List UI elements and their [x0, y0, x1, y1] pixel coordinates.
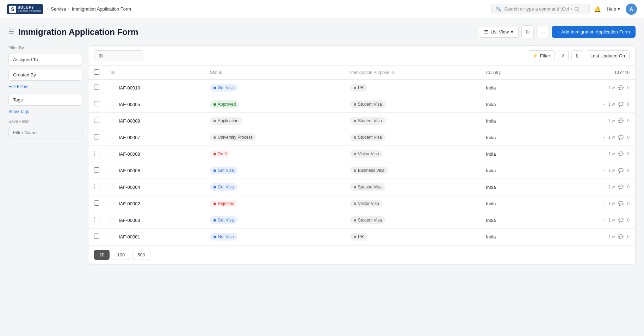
comment-icon[interactable]: 💬: [618, 85, 624, 90]
row-id[interactable]: IAF-00006: [119, 168, 140, 173]
last-updated-button[interactable]: Last Updated On: [586, 50, 630, 61]
row-dash: -: [603, 118, 605, 123]
comment-icon[interactable]: 💬: [618, 151, 624, 156]
tags-select[interactable]: Tags: [8, 94, 82, 106]
comment-icon[interactable]: 💬: [618, 102, 624, 107]
comment-icon[interactable]: 💬: [618, 135, 624, 140]
row-purpose: Student Visa: [345, 212, 480, 229]
row-time: 1 w: [608, 151, 615, 156]
logo-initial: S: [9, 6, 16, 13]
row-dash: -: [603, 201, 605, 206]
col-id: ID: [105, 66, 204, 80]
notification-icon[interactable]: 🔔: [594, 6, 601, 12]
row-country: India: [480, 129, 544, 146]
row-id[interactable]: IAF-00001: [119, 234, 140, 239]
comment-icon[interactable]: 💬: [618, 201, 624, 206]
row-id[interactable]: IAF-00010: [119, 85, 140, 91]
row-dash: -: [603, 151, 605, 156]
row-checkbox[interactable]: [94, 151, 99, 156]
row-status: Rejected: [204, 195, 345, 212]
filter-button[interactable]: ⚡ Filter: [528, 50, 555, 61]
row-comments: 0: [627, 135, 630, 140]
row-id[interactable]: IAF-00005: [119, 102, 140, 107]
row-checkbox[interactable]: [94, 167, 99, 173]
row-country: India: [480, 179, 544, 195]
row-time: 1 w: [608, 85, 615, 90]
row-checkbox[interactable]: [94, 200, 99, 206]
logo[interactable]: S SOLUFY Solution Simplified: [7, 4, 43, 14]
edit-filters-link[interactable]: Edit Filters: [8, 84, 82, 89]
row-checkbox[interactable]: [94, 118, 99, 123]
row-time: 1 w: [608, 135, 615, 140]
row-id[interactable]: IAF-00003: [119, 218, 140, 223]
favorite-icon[interactable]: ♡: [111, 101, 115, 107]
row-id[interactable]: IAF-00008: [119, 151, 140, 157]
row-checkbox[interactable]: [94, 217, 99, 222]
favorite-icon[interactable]: ♡: [111, 184, 115, 190]
page-size-100[interactable]: 100: [112, 250, 130, 260]
row-comments: 0: [627, 185, 630, 189]
favorite-icon[interactable]: ♡: [111, 151, 115, 157]
row-country: India: [480, 212, 544, 229]
id-search-input[interactable]: [94, 50, 143, 61]
favorite-icon[interactable]: ♡: [111, 168, 115, 173]
row-purpose: Spouse Visa: [345, 179, 480, 195]
row-purpose: Business Visa: [345, 162, 480, 179]
row-dash: -: [603, 234, 605, 239]
logo-area[interactable]: S SOLUFY Solution Simplified: [7, 4, 43, 14]
favorite-icon[interactable]: ♡: [111, 217, 115, 223]
table-footer: 20 100 500: [88, 245, 635, 264]
comment-icon[interactable]: 💬: [618, 118, 624, 123]
row-checkbox[interactable]: [94, 85, 99, 90]
global-search[interactable]: 🔍 Search or type a command (Ctrl + G): [491, 4, 590, 14]
row-id[interactable]: IAF-00004: [119, 185, 140, 190]
table-row: ♡ IAF-00008 Draft Visitor Visa India: [88, 146, 635, 162]
comment-icon[interactable]: 💬: [618, 168, 624, 173]
favorite-icon[interactable]: ♡: [111, 85, 115, 91]
favorite-icon[interactable]: ♡: [111, 118, 115, 124]
row-id[interactable]: IAF-00007: [119, 135, 140, 140]
comment-icon[interactable]: 💬: [618, 218, 624, 223]
created-by-select[interactable]: Created By: [8, 69, 82, 81]
row-country: India: [480, 162, 544, 179]
logo-text: SOLUFY: [18, 6, 41, 10]
row-country: India: [480, 146, 544, 162]
show-tags-link[interactable]: Show Tags: [8, 109, 82, 114]
row-id[interactable]: IAF-00002: [119, 201, 140, 206]
row-status: Got Visa: [204, 179, 345, 195]
breadcrumb-current: Immigration Application Form: [72, 6, 131, 12]
row-checkbox[interactable]: [94, 134, 99, 139]
row-comments: 0: [627, 85, 630, 90]
page-size-500[interactable]: 500: [132, 250, 150, 260]
menu-icon[interactable]: ☰: [8, 28, 14, 36]
list-view-button[interactable]: ☰ List View ▾: [479, 26, 519, 38]
row-id[interactable]: IAF-00009: [119, 118, 140, 124]
page-size-20[interactable]: 20: [94, 250, 110, 260]
favorite-icon[interactable]: ♡: [111, 234, 115, 239]
breadcrumb-servisa[interactable]: Servisa: [51, 6, 66, 12]
col-purpose: Immigration Purpose ID: [345, 66, 480, 80]
row-country: India: [480, 195, 544, 212]
sort-button[interactable]: ⧖: [558, 50, 569, 61]
row-status: Got Visa: [204, 212, 345, 229]
row-status: Got Visa: [204, 162, 345, 179]
select-all-checkbox[interactable]: [94, 69, 99, 75]
more-options-button[interactable]: ···: [537, 26, 549, 38]
filter-name-input[interactable]: [8, 127, 82, 138]
favorite-icon[interactable]: ♡: [111, 201, 115, 206]
assigned-to-select[interactable]: Assigned To: [8, 54, 82, 66]
col-country: Country: [480, 66, 544, 80]
row-checkbox[interactable]: [94, 234, 99, 239]
row-checkbox[interactable]: [94, 101, 99, 106]
comment-icon[interactable]: 💬: [618, 234, 624, 239]
add-immigration-form-button[interactable]: + Add Immigration Application Form: [552, 26, 636, 38]
refresh-button[interactable]: ↻: [521, 25, 534, 38]
favorite-icon[interactable]: ♡: [111, 135, 115, 140]
comment-icon[interactable]: 💬: [618, 185, 624, 189]
row-status: Approved: [204, 96, 345, 113]
avatar[interactable]: A: [626, 4, 637, 15]
help-button[interactable]: Help ▾: [607, 6, 620, 12]
column-settings-button[interactable]: ⇅: [571, 50, 583, 61]
row-checkbox[interactable]: [94, 184, 99, 189]
row-purpose: Visitor Visa: [345, 195, 480, 212]
